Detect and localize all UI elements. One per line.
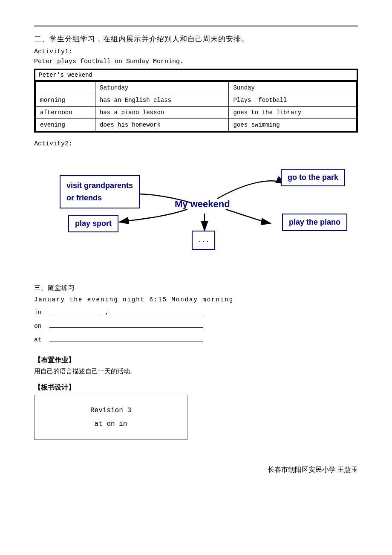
peters-weekend-table: Peter's weekend Saturday Sunday morning … xyxy=(34,69,358,133)
fill-label-at: at xyxy=(34,336,49,343)
col-header-sunday: Sunday xyxy=(229,82,357,94)
fill-row-in: in , xyxy=(34,309,358,316)
cell-evening-sunday: goes swimming xyxy=(229,119,357,131)
word-list: January the evening night 6:15 Monday mo… xyxy=(34,296,358,303)
mind-box-piano: play the piano xyxy=(282,214,347,231)
table-row: afternoon has a piano lesson goes to the… xyxy=(36,107,357,119)
visit-line2: or friends xyxy=(66,192,133,204)
fill-label-in: in xyxy=(34,309,49,316)
center-text: My weekend xyxy=(175,199,230,209)
section3-title: 三、随堂练习 xyxy=(34,284,358,292)
activity2-label: Activity2: xyxy=(34,140,358,147)
mind-box-center: My weekend xyxy=(175,199,230,210)
mind-box-visit: visit grandparents or friends xyxy=(60,175,140,208)
fill-line-at[interactable] xyxy=(49,341,203,341)
mind-box-park: go to the park xyxy=(281,169,345,186)
col-header-empty xyxy=(36,82,95,94)
fill-row-at: at xyxy=(34,336,358,343)
fill-line-in-2[interactable] xyxy=(110,314,204,314)
mind-box-ellipsis: ... xyxy=(192,231,215,250)
top-divider xyxy=(34,26,358,26)
row-label-afternoon: afternoon xyxy=(36,107,95,119)
mind-box-sport: play sport xyxy=(68,215,118,232)
homework-title: 【布置作业】 xyxy=(34,356,358,365)
fill-row-on: on xyxy=(34,323,358,330)
weekend-grid: Saturday Sunday morning has an English c… xyxy=(35,81,357,131)
board-line2: at on in xyxy=(47,417,174,431)
table-header: Peter's weekend xyxy=(35,70,357,81)
board-line1: Revision 3 xyxy=(47,404,174,417)
board-design-box: Revision 3 at on in xyxy=(34,395,187,440)
table-row: morning has an English class Plays footb… xyxy=(36,94,357,107)
ellipsis-text: ... xyxy=(197,237,210,244)
sport-text: play sport xyxy=(75,219,112,228)
row-label-evening: evening xyxy=(36,119,95,131)
fill-line-in-1[interactable] xyxy=(49,314,101,314)
park-text: go to the park xyxy=(288,173,338,182)
cell-morning-sunday: Plays football xyxy=(229,94,357,107)
row-label-morning: morning xyxy=(36,94,95,107)
activity2-section: Activity2: xyxy=(34,140,358,271)
homework-content: 用自己的语言描述自己一天的活动。 xyxy=(34,367,358,376)
activity1-label: Activity1: xyxy=(34,48,358,55)
cell-afternoon-saturday: has a piano lesson xyxy=(95,107,229,119)
fill-line-on[interactable] xyxy=(49,327,203,328)
section2: 二、学生分组学习，在组内展示并介绍别人和自己周末的安排。 Activity1: … xyxy=(34,34,358,271)
mind-map: visit grandparents or friends go to the … xyxy=(34,152,358,271)
table-row: evening does his homework goes swimming xyxy=(36,119,357,131)
cell-afternoon-sunday: goes to the library xyxy=(229,107,357,119)
board-design-section: 【板书设计】 Revision 3 at on in xyxy=(34,383,358,440)
piano-text: play the piano xyxy=(289,218,340,226)
homework-section: 【布置作业】 用自己的语言描述自己一天的活动。 xyxy=(34,356,358,376)
peter-sentence: Peter plays football on Sunday Morning. xyxy=(34,58,358,65)
board-design-title: 【板书设计】 xyxy=(34,383,358,392)
cell-evening-saturday: does his homework xyxy=(95,119,229,131)
fill-label-on: on xyxy=(34,323,49,330)
section2-title: 二、学生分组学习，在组内展示并介绍别人和自己周末的安排。 xyxy=(34,34,358,44)
col-header-saturday: Saturday xyxy=(95,82,229,94)
section3: 三、随堂练习 January the evening night 6:15 Mo… xyxy=(34,284,358,343)
footer: 长春市朝阳区安民小学 王慧玉 xyxy=(34,465,358,474)
visit-line1: visit grandparents xyxy=(66,179,133,192)
cell-morning-saturday: has an English class xyxy=(95,94,229,107)
